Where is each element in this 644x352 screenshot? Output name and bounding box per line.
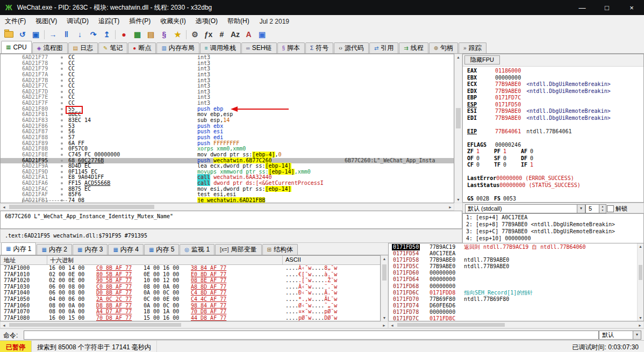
register-row[interactable]: CF0TF0IF1	[463, 162, 643, 169]
dump-row[interactable]: 77AF104006 00 08 00D0 8B AF 770A 00 0C 0…	[1, 290, 380, 296]
chevron-down-icon[interactable]: ▼	[633, 331, 641, 339]
scroll-up-icon[interactable]: ▲	[381, 257, 388, 261]
tab-handles[interactable]: ⊕句柄	[429, 42, 458, 53]
argument-row[interactable]: 4: [esp+10] 00000000	[463, 235, 643, 242]
register-row[interactable]: EDI77B9ABE0<ntdll.DbgUiRemoteBreakin>	[463, 115, 643, 122]
menu-file[interactable]: 文件(F)	[0, 15, 31, 27]
find-strings-button[interactable]: A	[242, 28, 255, 40]
memory-dump-pane[interactable]: 地址 十六进制 ASCII 77AF100016 00 14 00C0 8B A…	[0, 255, 381, 321]
stack-hscrollbar[interactable]: ◄ ►	[388, 321, 644, 328]
dump-row[interactable]: 77AF108016 00 15 0070 D8 AF 7715 00 16 0…	[1, 315, 380, 321]
disasm-row[interactable]: 6AD21FB174 08je wechatwin.6AD21FBB	[1, 198, 454, 203]
system-button[interactable]: ▣	[255, 28, 269, 40]
scroll-thumb[interactable]	[456, 108, 461, 128]
menu-favourites[interactable]: 收藏夹(I)	[155, 15, 190, 27]
register-row[interactable]: EBX00000000	[463, 75, 643, 82]
tab-dump-2[interactable]: ▦内存 2	[37, 244, 71, 255]
tab-breakpoints[interactable]: ●断点	[128, 42, 156, 53]
tab-seh[interactable]: ∞SEH链	[241, 42, 277, 53]
scroll-up-icon[interactable]: ▲	[638, 245, 643, 248]
calling-convention-select[interactable]: 默认 (stdcall) ▼	[465, 204, 585, 213]
register-row[interactable]	[463, 169, 643, 176]
column-divider[interactable]	[47, 256, 47, 264]
settings-button[interactable]: ⚙	[188, 28, 202, 40]
column-divider[interactable]	[282, 256, 283, 264]
hash-button[interactable]: #	[215, 28, 228, 40]
tab-dump-5[interactable]: ▦内存 5	[144, 244, 179, 255]
disassembly-vscrollbar[interactable]: ▲ ▼	[454, 54, 462, 203]
script-button[interactable]: §	[158, 28, 171, 40]
stack-row[interactable]: 0171FD54A0C17EEA	[389, 250, 637, 257]
register-row[interactable]: LastError00000000 (ERROR_SUCCESS)	[463, 175, 643, 182]
argument-row[interactable]: 3: [esp+C] 77B9ABE0 <ntdll.DbgUiRemoteBr…	[463, 228, 643, 235]
register-row[interactable]: EAX01186000	[463, 68, 643, 75]
scroll-thumb[interactable]	[639, 265, 642, 280]
tab-symbols[interactable]: Σ符号	[305, 42, 333, 53]
step-into-button[interactable]: ↓	[73, 28, 87, 40]
stack-row[interactable]: 0171FD6400000000	[389, 276, 637, 283]
pause-button[interactable]: ‖	[60, 28, 73, 40]
register-row[interactable]	[463, 121, 643, 128]
minimize-button[interactable]: —	[570, 0, 595, 15]
argument-row[interactable]: 2: [esp+8] 77B9ABE0 <ntdll.DbgUiRemoteBr…	[463, 221, 643, 228]
stack-row[interactable]: 0171FD7C0171FD8C	[389, 315, 637, 321]
scroll-left-icon[interactable]: ◄	[2, 205, 6, 209]
register-row[interactable]: EDX77B9ABE0<ntdll.DbgUiRemoteBreakin>	[463, 88, 643, 95]
argument-row[interactable]: 1: [esp+4] A0C17EEA	[463, 214, 643, 221]
dump-row[interactable]: 77AF106008 00 0A 00D8 8B AF 770A 00 0C 0…	[1, 303, 380, 309]
stack-row[interactable]: 0171FD5C77B9ABE0ntdll.77B9ABE0	[389, 263, 637, 270]
dump-row[interactable]: 77AF101002 00 0E 0080 5B AF 770E 00 10 0…	[1, 271, 380, 278]
tab-references[interactable]: ⇄引用	[369, 42, 398, 53]
register-row[interactable]: ESP0171FD50	[463, 102, 643, 109]
scroll-thumb[interactable]	[382, 264, 387, 281]
menu-trace[interactable]: 追踪(T)	[94, 15, 124, 27]
functions-button[interactable]: ƒx	[202, 28, 215, 40]
scroll-down-icon[interactable]: ▼	[455, 198, 462, 202]
favourites-button[interactable]: ★	[171, 28, 184, 40]
command-profile-select[interactable]: 默认 ▼	[599, 331, 641, 340]
register-row[interactable]: ECX77B9ABE0<ntdll.DbgUiRemoteBreakin>	[463, 81, 643, 88]
scroll-up-icon[interactable]: ▲	[455, 55, 462, 59]
dump-row[interactable]: 77AF100016 00 14 00C0 8B AF 7714 00 16 0…	[1, 265, 380, 271]
maximize-button[interactable]: □	[595, 0, 619, 15]
dump-vscrollbar[interactable]: ▲ ▼	[381, 255, 388, 321]
scroll-down-icon[interactable]: ▼	[381, 316, 388, 320]
scroll-thumb[interactable]	[9, 205, 154, 209]
scroll-down-icon[interactable]: ▼	[638, 316, 643, 320]
tab-dump-3[interactable]: ▦内存 3	[73, 244, 108, 255]
scroll-left-icon[interactable]: ◄	[390, 324, 394, 327]
register-row[interactable]: EIP77B64061ntdll.77B64061	[463, 128, 643, 135]
stack-row[interactable]: 0171FD6000000000	[389, 270, 637, 276]
stepper-arrows-icon[interactable]: ▲▼	[599, 205, 606, 213]
tab-dump-1[interactable]: ▦内存 1	[1, 242, 36, 255]
tab-log[interactable]: ▤日志	[68, 42, 98, 53]
disassembly-pane[interactable]: 6AD21F77CCint36AD21F78CCint36AD21F79CCin…	[0, 54, 454, 203]
stack-row[interactable]: 0171FD5077B9AC19返回到 ntdll.77B9AC19 自 ntd…	[389, 244, 637, 250]
menu-plugins[interactable]: 插件(P)	[124, 15, 155, 27]
scroll-right-icon[interactable]: ►	[382, 324, 386, 327]
tab-graph[interactable]: ◈流程图	[32, 42, 68, 53]
menu-options[interactable]: 选项(O)	[191, 15, 223, 27]
register-row[interactable]	[463, 189, 643, 196]
dump-row[interactable]: 77AF102002 00 0E 0090 5B AF 7710 00 12 0…	[1, 277, 380, 284]
tab-memory-map[interactable]: ▥内存布局	[156, 42, 199, 53]
tab-dump-4[interactable]: ▦内存 4	[108, 244, 143, 255]
log-button[interactable]: ▤	[144, 28, 158, 40]
tab-locals[interactable]: [x=]局部变量	[215, 244, 261, 255]
register-row[interactable]: GS002BFS0053	[463, 196, 643, 203]
arguments-pane[interactable]: 1: [esp+4] A0C17EEA2: [esp+8] 77B9ABE0 <…	[462, 213, 644, 243]
register-row[interactable]: EFLAGS00000246	[463, 142, 643, 149]
menu-view[interactable]: 视图(V)	[31, 15, 62, 27]
register-row[interactable]: LastStatus00000000 (STATUS_SUCCESS)	[463, 182, 643, 189]
step-over-button[interactable]: ↷	[87, 28, 100, 40]
stack-vscrollbar[interactable]: ▲ ▼	[637, 243, 643, 321]
stack-row[interactable]: 0171FD5877B9ABE0ntdll.77B9ABE0	[389, 257, 637, 263]
scroll-thumb[interactable]	[9, 323, 181, 327]
tab-threads[interactable]: ⇉线程	[399, 42, 428, 53]
stack-pane[interactable]: 0171FD5077B9AC19返回到 ntdll.77B9AC19 自 ntd…	[388, 243, 644, 321]
dump-row[interactable]: 77AF105004 00 06 002A 0C 2C 770C 00 0E 0…	[1, 296, 380, 303]
stack-row[interactable]: 0171FD74D60FE6D6	[389, 303, 637, 309]
tab-notes[interactable]: ✎笔记	[98, 42, 127, 53]
breakpoints-button[interactable]: ●	[117, 28, 131, 40]
memory-map-button[interactable]: ▦	[131, 28, 144, 40]
